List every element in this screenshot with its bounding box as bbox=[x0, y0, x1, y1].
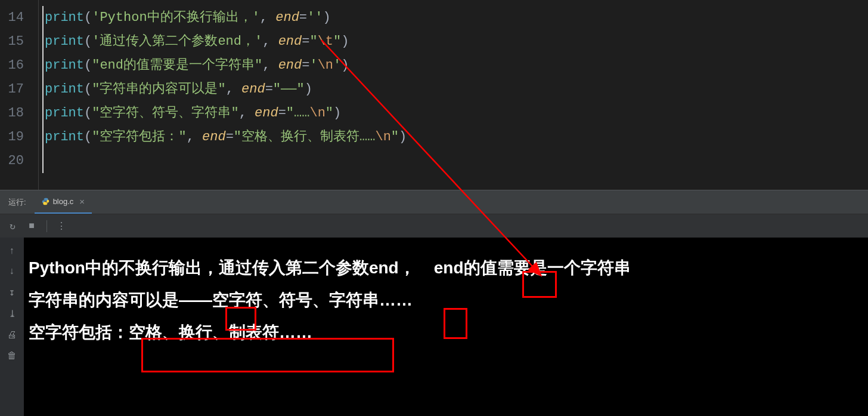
code-area[interactable]: print('Python中的不换行输出，', end='')print('通过… bbox=[38, 0, 868, 190]
output-panel: ↑↓↧⤓🖨🗑 Python中的不换行输出，通过传入第二个参数end， end的值… bbox=[0, 238, 868, 416]
line-number: 19 bbox=[0, 125, 38, 149]
code-line[interactable]: print("空字符包括：", end="空格、换行、制表符……\n") bbox=[42, 125, 868, 149]
code-line[interactable]: print('通过传入第二个参数end，', end="\t") bbox=[42, 30, 868, 54]
line-number: 20 bbox=[0, 149, 38, 173]
output-line: Python中的不换行输出，通过传入第二个参数end， end的值需要是一个字符… bbox=[29, 252, 863, 284]
print-icon[interactable]: 🖨 bbox=[7, 329, 17, 341]
code-line[interactable]: print("字符串的内容可以是", end="——") bbox=[42, 78, 868, 101]
run-tab-label: blog.c bbox=[53, 197, 74, 206]
rerun-button[interactable]: ↻ bbox=[7, 221, 18, 232]
line-number: 17 bbox=[0, 78, 38, 101]
python-icon bbox=[42, 198, 49, 205]
output-line: 字符串的内容可以是——空字符、符号、字符串…… bbox=[29, 284, 863, 316]
scroll-down-icon[interactable]: ↓ bbox=[9, 266, 15, 277]
scroll-up-icon[interactable]: ↑ bbox=[9, 246, 15, 257]
run-toolbar: ↻ ■ ⋮ bbox=[0, 214, 868, 238]
line-number: 16 bbox=[0, 54, 38, 78]
output-line: 空字符包括：空格、换行、制表符…… bbox=[29, 316, 863, 349]
output-side-toolbar: ↑↓↧⤓🖨🗑 bbox=[0, 238, 24, 416]
run-panel-header: 运行: blog.c × bbox=[0, 190, 868, 214]
code-line[interactable]: print('Python中的不换行输出，', end='') bbox=[42, 6, 868, 30]
line-number: 18 bbox=[0, 101, 38, 125]
code-line[interactable]: print("空字符、符号、字符串", end="……\n") bbox=[42, 101, 868, 125]
run-tab[interactable]: blog.c × bbox=[35, 190, 92, 214]
soft-wrap-icon[interactable]: ↧ bbox=[9, 286, 15, 298]
clear-icon[interactable]: 🗑 bbox=[7, 350, 17, 362]
code-line[interactable]: print("end的值需要是一个字符串", end='\n') bbox=[42, 54, 868, 78]
line-number: 15 bbox=[0, 30, 38, 54]
more-button[interactable]: ⋮ bbox=[57, 221, 67, 232]
close-icon[interactable]: × bbox=[79, 196, 85, 207]
scroll-to-end-icon[interactable]: ⤓ bbox=[8, 308, 16, 320]
console-output[interactable]: Python中的不换行输出，通过传入第二个参数end， end的值需要是一个字符… bbox=[24, 238, 868, 416]
stop-button[interactable]: ■ bbox=[26, 221, 37, 232]
code-editor[interactable]: 14151617181920 print('Python中的不换行输出，', e… bbox=[0, 0, 868, 190]
line-number: 14 bbox=[0, 6, 38, 30]
run-panel-title: 运行: bbox=[0, 197, 35, 208]
code-line[interactable] bbox=[42, 149, 868, 173]
toolbar-separator bbox=[46, 220, 47, 232]
line-number-gutter: 14151617181920 bbox=[0, 0, 38, 190]
